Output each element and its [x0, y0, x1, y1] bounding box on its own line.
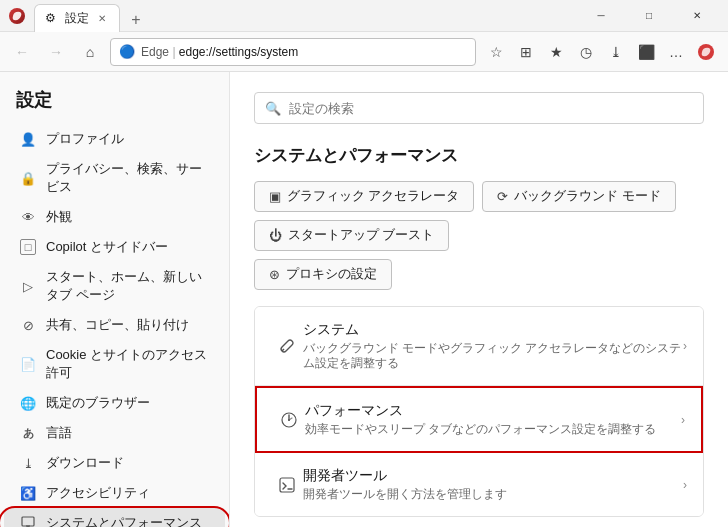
tab-favicon-icon: ⚙	[45, 11, 59, 25]
sidebar-item-system[interactable]: システムとパフォーマンス	[4, 508, 225, 527]
close-icon: ✕	[693, 10, 701, 21]
share-icon: ⊘	[20, 317, 36, 333]
startup-icon: ⏻	[269, 228, 282, 243]
address-edge-label: Edge	[141, 45, 169, 59]
minimize-button[interactable]: ─	[578, 0, 624, 32]
edge-logo-icon	[8, 7, 26, 25]
proxy-button[interactable]: ⊛ プロキシの設定	[254, 259, 392, 290]
setting-list: システム バックグラウンド モードやグラフィック アクセラレータなどのシステム設…	[254, 306, 704, 517]
sidebar-label-start: スタート、ホーム、新しいタブ ページ	[46, 268, 209, 304]
sidebar-item-languages[interactable]: あ 言語	[4, 418, 225, 448]
more-button[interactable]: …	[662, 38, 690, 66]
sidebar-item-start[interactable]: ▷ スタート、ホーム、新しいタブ ページ	[4, 262, 225, 310]
forward-button[interactable]: →	[42, 38, 70, 66]
background-icon: ⟳	[497, 189, 508, 204]
performance-row-chevron-icon: ›	[681, 413, 685, 427]
history-button[interactable]: ◷	[572, 38, 600, 66]
new-tab-button[interactable]: +	[124, 8, 148, 32]
close-button[interactable]: ✕	[674, 0, 720, 32]
addressbar: ← → ⌂ 🔵 Edge | edge://settings/system ☆ …	[0, 32, 728, 72]
svg-line-7	[282, 349, 284, 351]
system-row-content: システム バックグラウンド モードやグラフィック アクセラレータなどのシステム設…	[303, 321, 683, 371]
sidebar-label-system: システムとパフォーマンス	[46, 514, 202, 527]
devtools-row-title: 開発者ツール	[303, 467, 683, 485]
eye-icon: 👁	[20, 209, 36, 225]
devtools-icon	[278, 476, 296, 494]
button-row-1: ▣ グラフィック アクセラレータ ⟳ バックグラウンド モード ⏻ スタートアッ…	[254, 181, 704, 251]
performance-setting-row[interactable]: パフォーマンス 効率モードやスリープ タブなどのパフォーマンス設定を調整する ›	[255, 386, 703, 453]
titlebar-controls: ─ □ ✕	[578, 0, 720, 32]
sidebar-label-browser: 既定のブラウザー	[46, 394, 150, 412]
more-icon: …	[669, 44, 683, 60]
sidebar-label-share: 共有、コピー、貼り付け	[46, 316, 189, 334]
collections-button[interactable]: ⊞	[512, 38, 540, 66]
graphics-label: グラフィック アクセラレータ	[287, 188, 459, 205]
sidebar-label-copilot: Copilot とサイドバー	[46, 238, 168, 256]
startup-button[interactable]: ⏻ スタートアップ ブースト	[254, 220, 449, 251]
proxy-label: プロキシの設定	[286, 266, 377, 283]
profile-button[interactable]	[692, 38, 720, 66]
system-row-desc: バックグラウンド モードやグラフィック アクセラレータなどのシステム設定を調整す…	[303, 341, 683, 371]
system-row-chevron-icon: ›	[683, 339, 687, 353]
address-path: edge://settings/system	[179, 45, 298, 59]
proxy-icon: ⊛	[269, 267, 280, 282]
graphics-button[interactable]: ▣ グラフィック アクセラレータ	[254, 181, 474, 212]
home-icon: ⌂	[86, 44, 94, 60]
extensions-button[interactable]: ⬛	[632, 38, 660, 66]
devtools-row-chevron-icon: ›	[683, 478, 687, 492]
monitor-icon	[21, 516, 35, 527]
downloads-button[interactable]: ⤓	[602, 38, 630, 66]
star-icon: ☆	[490, 44, 503, 60]
sidebar-label-languages: 言語	[46, 424, 72, 442]
sidebar-item-browser[interactable]: 🌐 既定のブラウザー	[4, 388, 225, 418]
sidebar-label-accessibility: アクセシビリティ	[46, 484, 150, 502]
sidebar-label-cookies: Cookie とサイトのアクセス許可	[46, 346, 209, 382]
extensions-icon: ⬛	[638, 44, 655, 60]
sidebar-item-privacy[interactable]: 🔒 プライバシー、検索、サービス	[4, 154, 225, 202]
sidebar-item-share[interactable]: ⊘ 共有、コピー、貼り付け	[4, 310, 225, 340]
wrench-icon	[278, 337, 296, 355]
titlebar: ⚙ 設定 ✕ + ─ □ ✕	[0, 0, 728, 32]
back-button[interactable]: ←	[8, 38, 36, 66]
content-area: 🔍 システムとパフォーマンス ▣ グラフィック アクセラレータ ⟳ バックグラウ…	[230, 72, 728, 527]
background-button[interactable]: ⟳ バックグラウンド モード	[482, 181, 675, 212]
main-layout: 設定 👤 プロファイル 🔒 プライバシー、検索、サービス 👁 外観 □ Copi…	[0, 72, 728, 527]
downloads-icon: ⤓	[610, 44, 622, 60]
devtools-setting-row[interactable]: 開発者ツール 開発者ツールを開く方法を管理します ›	[255, 453, 703, 516]
sidebar-item-appearance[interactable]: 👁 外観	[4, 202, 225, 232]
tab-close-button[interactable]: ✕	[95, 11, 109, 25]
devtools-row-content: 開発者ツール 開発者ツールを開く方法を管理します	[303, 467, 683, 502]
profile-icon: 👤	[20, 131, 36, 147]
sidebar-item-accessibility[interactable]: ♿ アクセシビリティ	[4, 478, 225, 508]
system-setting-row[interactable]: システム バックグラウンド モードやグラフィック アクセラレータなどのシステム設…	[255, 307, 703, 386]
forward-icon: →	[49, 44, 63, 60]
sidebar-item-copilot[interactable]: □ Copilot とサイドバー	[4, 232, 225, 262]
titlebar-left	[8, 7, 26, 25]
sidebar-label-downloads: ダウンロード	[46, 454, 124, 472]
profile-icon	[697, 43, 715, 61]
performance-row-icon	[273, 411, 305, 429]
sidebar-item-cookies[interactable]: 📄 Cookie とサイトのアクセス許可	[4, 340, 225, 388]
section-title: システムとパフォーマンス	[254, 144, 704, 167]
sidebar-label-appearance: 外観	[46, 208, 72, 226]
sidebar-item-downloads[interactable]: ⤓ ダウンロード	[4, 448, 225, 478]
address-edge-icon: 🔵	[119, 44, 135, 59]
search-bar[interactable]: 🔍	[254, 92, 704, 124]
star-button[interactable]: ☆	[482, 38, 510, 66]
favorites-button[interactable]: ★	[542, 38, 570, 66]
address-text: Edge | edge://settings/system	[141, 45, 467, 59]
system-icon	[20, 515, 36, 527]
copilot-icon: □	[20, 239, 36, 255]
search-input[interactable]	[289, 101, 693, 116]
toolbar-icons: ☆ ⊞ ★ ◷ ⤓ ⬛ …	[482, 38, 720, 66]
performance-row-title: パフォーマンス	[305, 402, 681, 420]
address-box[interactable]: 🔵 Edge | edge://settings/system	[110, 38, 476, 66]
maximize-button[interactable]: □	[626, 0, 672, 32]
devtools-row-icon	[271, 476, 303, 494]
accessibility-icon: ♿	[20, 485, 36, 501]
home-button[interactable]: ⌂	[76, 38, 104, 66]
minimize-icon: ─	[597, 10, 604, 21]
settings-tab[interactable]: ⚙ 設定 ✕	[34, 4, 120, 32]
sidebar-item-profile[interactable]: 👤 プロファイル	[4, 124, 225, 154]
sidebar: 設定 👤 プロファイル 🔒 プライバシー、検索、サービス 👁 外観 □ Copi…	[0, 72, 230, 527]
